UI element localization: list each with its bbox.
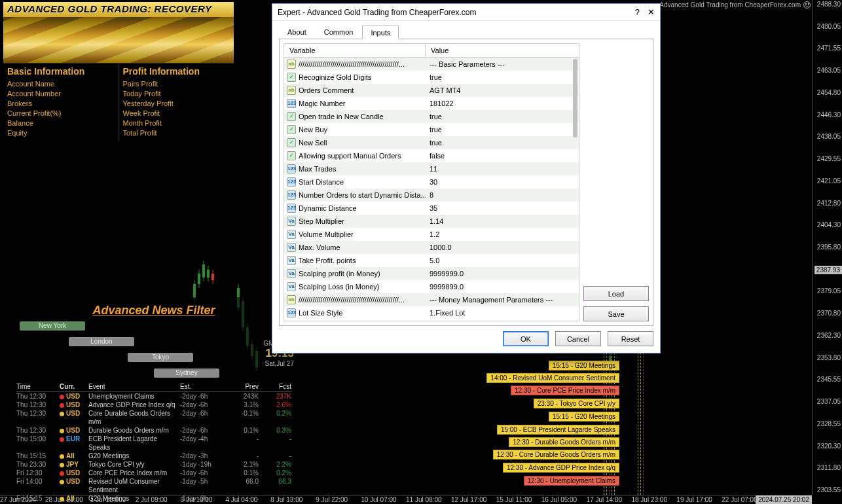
event-flag[interactable]: 15:15 - G20 Meetings	[549, 412, 619, 422]
param-list[interactable]: ab//////////////////////////////////////…	[284, 58, 579, 321]
param-value[interactable]: --- Basic Parameters ---	[426, 60, 579, 68]
param-value[interactable]: 1.14	[426, 217, 579, 225]
price-tick: 2412.80	[817, 200, 841, 207]
param-row[interactable]: ab//////////////////////////////////////…	[284, 293, 579, 306]
param-row[interactable]: abOrders CommentAGT MT4	[284, 84, 579, 97]
info-label: Current Profit(%)	[7, 109, 115, 118]
price-tick: 2353.80	[817, 354, 841, 361]
info-label: Equity	[7, 128, 115, 138]
param-value[interactable]: 1.Fixed Lot	[426, 309, 579, 317]
param-row[interactable]: 123Lot Size Style1.Fixed Lot	[284, 306, 579, 319]
price-tick: 2362.30	[817, 332, 841, 339]
param-value[interactable]: 11	[426, 165, 579, 173]
param-row[interactable]: 123Max Trades11	[284, 162, 579, 175]
event-flag[interactable]: 12:30 - Advance GDP Price Index q/q	[503, 463, 619, 473]
param-type-icon: 123	[287, 164, 296, 173]
param-value[interactable]: 181022	[426, 99, 579, 107]
save-button[interactable]: Save	[583, 306, 649, 321]
param-row[interactable]: 123Magic Number181022	[284, 97, 579, 110]
time-tick: 11 Jul 08:00	[406, 496, 451, 503]
event-flag[interactable]: 23:30 - Tokyo Core CPI y/y	[534, 399, 619, 408]
event-flag[interactable]: 12:30 - Unemployment Claims	[524, 476, 620, 486]
candle	[211, 274, 214, 280]
event-flag[interactable]: 12:30 - Durable Goods Orders m/m	[509, 437, 619, 447]
param-row[interactable]: ✓Open trade in New Candletrue	[284, 110, 579, 123]
param-row[interactable]: ab//////////////////////////////////////…	[284, 58, 579, 71]
param-value[interactable]: AGT MT4	[426, 86, 579, 94]
param-value[interactable]: true	[426, 113, 579, 120]
info-label: Yesterday Profit	[123, 99, 230, 109]
param-type-icon: Va	[287, 230, 296, 239]
param-row[interactable]: VaMax. Volume1000.0	[284, 241, 579, 254]
price-tick: 2303.55	[817, 486, 841, 494]
time-tick: 15 Jul 11:00	[496, 496, 541, 503]
news-row: Thu 12:30USDDurable Goods Orders m/m-2da…	[16, 426, 291, 435]
event-flag[interactable]: 12:30 - Core Durable Goods Orders m/m	[493, 450, 619, 459]
event-flag[interactable]: 15:15 - G20 Meetings	[549, 361, 619, 370]
price-tick: 2421.05	[817, 177, 841, 185]
dialog-title: Expert - Advanced Gold Trading from Chea…	[278, 8, 627, 17]
param-row[interactable]: ✓New Buytrue	[284, 123, 579, 136]
param-row[interactable]: VaStep Multiplier1.14	[284, 215, 579, 228]
param-value[interactable]: true	[426, 126, 579, 134]
event-flag[interactable]: 15:00 - ECB President Lagarde Speaks	[497, 425, 619, 435]
param-row[interactable]: ✓Allowing support Manual Ordersfalse	[284, 149, 579, 162]
param-value[interactable]: --- Money Management Parameters ---	[426, 296, 579, 304]
param-header: Variable Value	[284, 43, 579, 58]
param-row[interactable]: 123Number Orders to start Dynamic Dista.…	[284, 189, 579, 202]
param-row[interactable]: VaScalping profit (in Money)9999999.0	[284, 267, 579, 280]
load-button[interactable]: Load	[583, 286, 649, 301]
panel-title: ADVANCED GOLD TRADING: RECOVERY	[3, 2, 234, 17]
param-value[interactable]: 30	[426, 178, 579, 186]
time-tick: 16 Jul 05:00	[541, 496, 587, 503]
news-header-row: Time Curr. Event Est. Prev Fcst	[16, 383, 291, 392]
param-value[interactable]: 5.0	[426, 257, 579, 264]
event-flag[interactable]: 14:00 - Revised UoM Consumer Sentiment	[486, 373, 619, 383]
tab-common[interactable]: Common	[316, 25, 362, 39]
news-row: Thu 12:30USDAdvance GDP Price Index q/q-…	[16, 401, 291, 409]
info-label: Total Profit	[123, 128, 230, 138]
param-value[interactable]: 9999899.0	[426, 283, 579, 291]
param-row[interactable]: ✓Recoginize Gold Digitstrue	[284, 71, 579, 84]
news-row: Fri 12:30USDCore PCE Price Index m/m-1da…	[16, 469, 291, 477]
param-name: Volume Multiplier	[299, 230, 354, 238]
close-icon[interactable]: ✕	[648, 7, 655, 17]
scrollbar-thumb[interactable]	[573, 59, 577, 137]
ok-button[interactable]: OK	[503, 331, 549, 346]
profit-info-col: Profit Information Pairs ProfitToday Pro…	[119, 63, 234, 141]
help-icon[interactable]: ?	[635, 7, 640, 17]
param-row[interactable]: VaVolume Multiplier1.2	[284, 228, 579, 241]
param-type-icon: ab	[287, 60, 296, 69]
param-type-icon: Va	[287, 217, 296, 226]
param-value[interactable]: 1.2	[426, 230, 579, 238]
param-row[interactable]: 123Start Distance30	[284, 175, 579, 189]
param-row[interactable]: VaScalping Loss (in Money)9999899.0	[284, 280, 579, 293]
param-name: Recoginize Gold Digits	[299, 73, 371, 81]
param-value[interactable]: 8	[426, 191, 579, 199]
event-flag[interactable]: 12:30 - Core PCE Price Index m/m	[511, 386, 619, 395]
param-type-icon: ✓	[287, 73, 296, 82]
param-value[interactable]: 35	[426, 204, 579, 212]
param-type-icon: 123	[287, 99, 296, 108]
param-value[interactable]: true	[426, 73, 579, 81]
param-name: Number Orders to start Dynamic Dista...	[299, 191, 426, 199]
news-row: Thu 12:30USDUnemployment Claims-2day -6h…	[16, 392, 291, 401]
tab-about[interactable]: About	[279, 25, 315, 39]
price-tick: 2438.05	[817, 133, 841, 140]
reset-button[interactable]: Reset	[608, 331, 653, 346]
param-value[interactable]: false	[426, 152, 579, 160]
param-row[interactable]: 123Dynamic Distance35	[284, 202, 579, 215]
gold-info-panel: ADVANCED GOLD TRADING: RECOVERY Basic In…	[3, 2, 234, 141]
price-tick: 2446.30	[817, 111, 841, 118]
dialog-titlebar[interactable]: Expert - Advanced Gold Trading from Chea…	[272, 4, 660, 21]
price-tick: 2429.55	[817, 155, 841, 162]
param-name: Scalping Loss (in Money)	[299, 283, 380, 291]
news-row: Thu 23:30JPYTokyo Core CPI y/y-1day -19h…	[16, 460, 291, 469]
param-value[interactable]: 9999999.0	[426, 270, 579, 278]
param-row[interactable]: VaTake Profit. points5.0	[284, 254, 579, 267]
param-value[interactable]: true	[426, 139, 579, 147]
cancel-button[interactable]: Cancel	[555, 331, 601, 346]
param-row[interactable]: ✓New Selltrue	[284, 136, 579, 149]
tab-inputs[interactable]: Inputs	[362, 26, 399, 39]
param-value[interactable]: 1000.0	[426, 243, 579, 251]
